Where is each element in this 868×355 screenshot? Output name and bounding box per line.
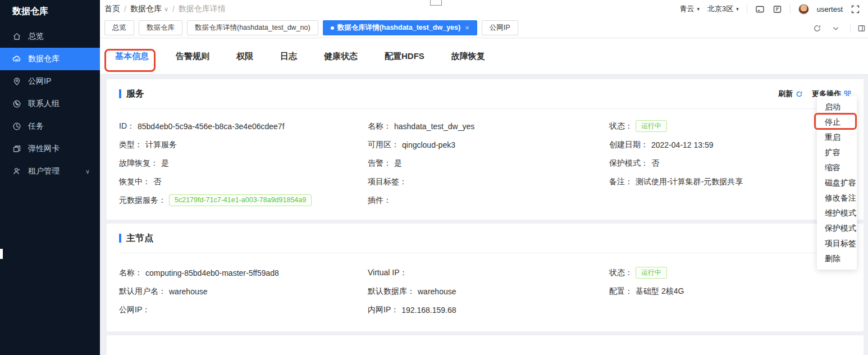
service-col-2: 名称：hashdata_test_dw_yes 可用区：qingcloud-pe… bbox=[368, 117, 609, 210]
status-badge: 运行中 bbox=[636, 267, 667, 279]
tab-alert-rules[interactable]: 告警规则 bbox=[176, 38, 209, 75]
service-fields: ID：85bd4eb0-5c9a-456e-b8ca-3e4e06cdee7f … bbox=[119, 109, 851, 220]
tab-health-status[interactable]: 健康状态 bbox=[324, 38, 358, 75]
breadcrumb-warehouse[interactable]: 数据仓库 bbox=[130, 4, 162, 14]
sidebar-item-label: 弹性网卡 bbox=[28, 144, 60, 154]
field-alarm: 告警：是 bbox=[368, 154, 609, 172]
menu-item-start[interactable]: 启动 bbox=[817, 99, 857, 115]
refresh-icon bbox=[796, 90, 803, 98]
sidebar-item-label: 总览 bbox=[28, 31, 44, 42]
refresh-icon[interactable] bbox=[813, 24, 821, 33]
sidebar-item-warehouse[interactable]: 数据仓库 bbox=[0, 48, 100, 70]
section-title-text: 服务 bbox=[126, 88, 144, 100]
org-label: 青云 bbox=[679, 4, 694, 14]
close-icon[interactable]: × bbox=[465, 24, 469, 32]
menu-item-project-tag[interactable]: 项目标签 bbox=[817, 236, 857, 251]
tab-label: 公网IP bbox=[490, 23, 510, 33]
tab-overview[interactable]: 总览 bbox=[104, 20, 134, 35]
console-screen: 数据仓库 总览 数据仓库 公网IP 联系人组 任务 弹性网卡 租户管理 ∨ bbox=[0, 0, 868, 355]
field-default-db: 默认数据库：warehouse bbox=[368, 282, 609, 301]
menu-item-edit-remark[interactable]: 修改备注 bbox=[817, 190, 857, 206]
tenant-icon bbox=[12, 167, 21, 176]
menu-item-restart[interactable]: 重启 bbox=[817, 130, 857, 145]
breadcrumb-current: 数据仓库详情 bbox=[179, 4, 226, 14]
fullscreen-icon[interactable] bbox=[851, 4, 860, 14]
sidebar-item-elastic-nic[interactable]: 弹性网卡 bbox=[0, 138, 100, 160]
master-node-card: 主节点 名称：computing-85bd4eb0-master-5ff59ad… bbox=[107, 224, 864, 331]
org-selector[interactable]: 青云 ▾ bbox=[679, 4, 700, 14]
sidebar: 数据仓库 总览 数据仓库 公网IP 联系人组 任务 弹性网卡 租户管理 ∨ bbox=[0, 0, 100, 355]
billing-card-icon[interactable] bbox=[755, 4, 765, 14]
master-col-1: 名称：computing-85bd4eb0-master-5ff59ad8 默认… bbox=[119, 263, 368, 319]
field-zone: 可用区：qingcloud-pek3 bbox=[368, 135, 609, 154]
section-title-text: 主节点 bbox=[126, 233, 153, 244]
menu-item-maintenance-mode[interactable]: 维护模式 bbox=[817, 206, 857, 221]
sidebar-title: 数据仓库 bbox=[0, 0, 100, 25]
menu-item-scale-in[interactable]: 缩容 bbox=[817, 160, 857, 175]
menu-item-stop[interactable]: 停止 bbox=[817, 115, 857, 130]
edge-artifact bbox=[0, 249, 3, 259]
field-metadata-service: 元数据服务：5c2179fd-71c7-41e1-a003-78a9d91854… bbox=[119, 191, 368, 210]
service-card: 服务 刷新 更多操作 ID：85 bbox=[107, 79, 864, 220]
tab-public-ip[interactable]: 公网IP bbox=[482, 20, 518, 35]
field-remark: 备注：测试使用-计算集群-元数据共享 bbox=[609, 172, 851, 191]
service-col-3: 状态：运行中 创建日期：2022-04-12 13:59 保护模式：否 备注：测… bbox=[609, 117, 851, 210]
field-recovering: 恢复中：否 bbox=[119, 172, 368, 191]
section-title-master: 主节点 bbox=[119, 233, 153, 244]
section-bar bbox=[119, 89, 121, 98]
field-node-status: 状态：运行中 bbox=[609, 263, 851, 282]
field-status: 状态：运行中 bbox=[609, 117, 851, 135]
warehouse-icon bbox=[12, 54, 21, 63]
status-badge: 运行中 bbox=[636, 120, 667, 132]
divider bbox=[747, 4, 747, 13]
breadcrumb-separator: / bbox=[124, 4, 126, 13]
sidebar-item-label: 公网IP bbox=[28, 76, 51, 87]
sidebar-item-tenant-management[interactable]: 租户管理 ∨ bbox=[0, 160, 100, 183]
more-actions-menu: 启动 停止 重启 扩容 缩容 磁盘扩容 修改备注 维护模式 保护模式 项目标签 … bbox=[817, 96, 857, 270]
tasks-icon bbox=[12, 122, 21, 131]
tab-warehouse-detail-no[interactable]: 数据仓库详情(hashdata_test_dw_no) bbox=[187, 20, 318, 35]
section-title-service: 服务 bbox=[119, 88, 144, 100]
field-plugin: 插件： bbox=[368, 191, 609, 210]
chevron-down-icon[interactable] bbox=[832, 24, 840, 33]
pin-layout-icon[interactable] bbox=[850, 24, 866, 33]
tab-basic-info[interactable]: 基本信息 bbox=[115, 38, 149, 75]
field-private-ip: 内网IP：192.168.159.68 bbox=[368, 301, 609, 319]
tab-logs[interactable]: 日志 bbox=[280, 38, 297, 75]
work-order-icon[interactable] bbox=[773, 4, 782, 14]
service-card-header: 服务 刷新 更多操作 bbox=[119, 79, 851, 109]
section-bar bbox=[119, 234, 121, 243]
metadata-service-badge[interactable]: 5c2179fd-71c7-41e1-a003-78a9d91854a9 bbox=[169, 194, 312, 206]
sidebar-item-contact-groups[interactable]: 联系人组 bbox=[0, 93, 100, 115]
master-col-3: 状态：运行中 配置：基础型 2核4G bbox=[609, 263, 851, 319]
master-card-header: 主节点 bbox=[119, 224, 851, 253]
active-dot-icon bbox=[331, 26, 334, 30]
breadcrumb-home[interactable]: 首页 bbox=[104, 4, 120, 14]
tab-fault-recovery[interactable]: 故障恢复 bbox=[451, 38, 485, 75]
region-label: 北京3区 bbox=[707, 4, 733, 14]
username-label[interactable]: usertest bbox=[817, 5, 843, 13]
sidebar-item-overview[interactable]: 总览 bbox=[0, 25, 100, 48]
region-selector[interactable]: 北京3区 ▾ bbox=[707, 4, 739, 14]
sidebar-item-tasks[interactable]: 任务 bbox=[0, 115, 100, 138]
refresh-button[interactable]: 刷新 bbox=[778, 89, 803, 99]
tab-label: 数据仓库详情(hashdata_test_dw_no) bbox=[195, 23, 310, 33]
field-created: 创建日期：2022-04-12 13:59 bbox=[609, 135, 851, 154]
menu-item-scale-out[interactable]: 扩容 bbox=[817, 145, 857, 160]
tab-configure-hdfs[interactable]: 配置HDFS bbox=[385, 38, 424, 75]
menu-item-delete[interactable]: 删除 bbox=[817, 251, 857, 266]
menu-item-disk-expand[interactable]: 磁盘扩容 bbox=[817, 175, 857, 190]
field-type: 类型：计算服务 bbox=[119, 135, 368, 154]
field-node-name: 名称：computing-85bd4eb0-master-5ff59ad8 bbox=[119, 263, 368, 282]
tab-warehouse[interactable]: 数据仓库 bbox=[139, 20, 182, 35]
avatar[interactable] bbox=[798, 4, 809, 15]
topbar: 首页 / 数据仓库 ∨ / 数据仓库详情 青云 ▾ 北京3区 ▾ bbox=[100, 0, 868, 18]
caret-down-icon: ▾ bbox=[697, 6, 700, 12]
tab-strip: 总览 数据仓库 数据仓库详情(hashdata_test_dw_no) 数据仓库… bbox=[100, 18, 868, 38]
chevron-down-icon[interactable]: ∨ bbox=[164, 6, 168, 13]
sidebar-item-public-ip[interactable]: 公网IP bbox=[0, 70, 100, 93]
menu-item-protect-mode[interactable]: 保护模式 bbox=[817, 221, 857, 236]
tab-permissions[interactable]: 权限 bbox=[236, 38, 253, 75]
tab-label: 总览 bbox=[112, 23, 126, 33]
tab-warehouse-detail-yes[interactable]: 数据仓库详情(hashdata_test_dw_yes) × bbox=[323, 20, 477, 35]
